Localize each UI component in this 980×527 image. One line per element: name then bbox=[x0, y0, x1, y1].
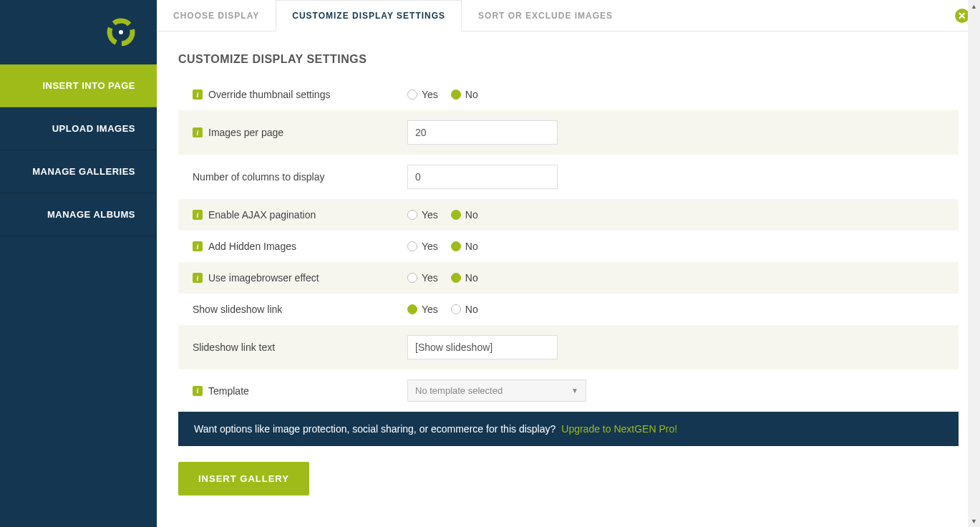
sidebar-item-label: MANAGE GALLERIES bbox=[32, 166, 135, 177]
radio-show-slideshow: Yes No bbox=[407, 304, 944, 315]
tab-sort-or-exclude-images[interactable]: SORT OR EXCLUDE IMAGES bbox=[462, 0, 629, 31]
sidebar-item-manage-albums[interactable]: MANAGE ALBUMS bbox=[0, 193, 157, 236]
label-images-per-page: i Images per page bbox=[193, 127, 407, 138]
radio-dot bbox=[451, 241, 461, 251]
radio-dot bbox=[407, 304, 417, 314]
radio-add-hidden: Yes No bbox=[407, 241, 944, 252]
upsell-text: Want options like image protection, soci… bbox=[194, 423, 556, 435]
tab-choose-display[interactable]: CHOOSE DISPLAY bbox=[157, 0, 276, 31]
row-enable-ajax: i Enable AJAX pagination Yes No bbox=[178, 199, 959, 231]
row-num-columns: Number of columns to display bbox=[178, 155, 959, 199]
radio-override-thumbnail-yes[interactable]: Yes bbox=[407, 89, 438, 100]
sidebar: INSERT INTO PAGE UPLOAD IMAGES MANAGE GA… bbox=[0, 0, 157, 527]
close-icon[interactable]: ✕ bbox=[955, 9, 969, 23]
radio-show-slideshow-no[interactable]: No bbox=[451, 304, 478, 315]
chevron-down-icon: ▼ bbox=[571, 387, 578, 395]
radio-enable-ajax-yes[interactable]: Yes bbox=[407, 209, 438, 221]
label-enable-ajax: i Enable AJAX pagination bbox=[193, 209, 407, 221]
input-num-columns[interactable] bbox=[407, 165, 558, 189]
radio-dot bbox=[451, 273, 461, 283]
insert-gallery-button[interactable]: INSERT GALLERY bbox=[178, 462, 309, 495]
radio-dot bbox=[451, 90, 461, 100]
radio-imagebrowser-no[interactable]: No bbox=[451, 272, 478, 284]
content: CUSTOMIZE DISPLAY SETTINGS i Override th… bbox=[157, 32, 980, 517]
sidebar-item-upload-images[interactable]: UPLOAD IMAGES bbox=[0, 107, 157, 150]
radio-dot bbox=[451, 210, 461, 220]
row-add-hidden: i Add Hidden Images Yes No bbox=[178, 231, 959, 262]
svg-point-2 bbox=[119, 30, 123, 34]
label-override-thumbnail: i Override thumbnail settings bbox=[193, 89, 407, 100]
row-show-slideshow: Show slideshow link Yes No bbox=[178, 294, 959, 325]
radio-show-slideshow-yes[interactable]: Yes bbox=[407, 304, 438, 315]
info-icon[interactable]: i bbox=[193, 210, 203, 220]
label-show-slideshow: Show slideshow link bbox=[193, 304, 407, 315]
upsell-bar: Want options like image protection, soci… bbox=[178, 412, 959, 446]
radio-imagebrowser: Yes No bbox=[407, 272, 944, 284]
radio-enable-ajax-no[interactable]: No bbox=[451, 209, 478, 221]
info-icon[interactable]: i bbox=[193, 90, 203, 100]
sidebar-item-label: MANAGE ALBUMS bbox=[47, 209, 135, 220]
scrollbar[interactable]: ▲ ▼ bbox=[968, 0, 980, 527]
sidebar-item-label: UPLOAD IMAGES bbox=[52, 123, 135, 134]
tabs: CHOOSE DISPLAY CUSTOMIZE DISPLAY SETTING… bbox=[157, 0, 980, 32]
row-imagebrowser: i Use imagebrowser effect Yes No bbox=[178, 262, 959, 294]
sidebar-item-manage-galleries[interactable]: MANAGE GALLERIES bbox=[0, 150, 157, 193]
radio-enable-ajax: Yes No bbox=[407, 209, 944, 221]
row-override-thumbnail: i Override thumbnail settings Yes No bbox=[178, 79, 959, 110]
upsell-link[interactable]: Upgrade to NextGEN Pro! bbox=[561, 423, 677, 435]
info-icon[interactable]: i bbox=[193, 273, 203, 283]
info-icon[interactable]: i bbox=[193, 127, 203, 137]
page-title: CUSTOMIZE DISPLAY SETTINGS bbox=[178, 53, 959, 66]
scroll-up-icon[interactable]: ▲ bbox=[968, 0, 980, 12]
radio-add-hidden-yes[interactable]: Yes bbox=[407, 241, 438, 252]
radio-override-thumbnail: Yes No bbox=[407, 89, 944, 100]
brand-logo bbox=[0, 0, 157, 64]
radio-imagebrowser-yes[interactable]: Yes bbox=[407, 272, 438, 284]
input-slideshow-text[interactable] bbox=[407, 335, 558, 359]
tab-customize-display-settings[interactable]: CUSTOMIZE DISPLAY SETTINGS bbox=[276, 0, 462, 32]
logo-icon bbox=[105, 16, 137, 48]
label-template: i Template bbox=[193, 385, 407, 397]
radio-override-thumbnail-no[interactable]: No bbox=[451, 89, 478, 100]
info-icon[interactable]: i bbox=[193, 386, 203, 396]
select-template-value: No template selected bbox=[415, 385, 503, 396]
label-slideshow-text: Slideshow link text bbox=[193, 342, 407, 353]
input-images-per-page[interactable] bbox=[407, 120, 558, 145]
radio-dot bbox=[407, 241, 417, 251]
label-imagebrowser: i Use imagebrowser effect bbox=[193, 272, 407, 284]
main-panel: CHOOSE DISPLAY CUSTOMIZE DISPLAY SETTING… bbox=[157, 0, 980, 527]
scroll-down-icon[interactable]: ▼ bbox=[968, 515, 980, 527]
radio-dot bbox=[451, 304, 461, 314]
sidebar-item-label: INSERT INTO PAGE bbox=[42, 80, 135, 91]
settings-form: i Override thumbnail settings Yes No i I… bbox=[178, 79, 959, 412]
radio-dot bbox=[407, 90, 417, 100]
row-template: i Template No template selected ▼ bbox=[178, 369, 959, 412]
sidebar-item-insert-into-page[interactable]: INSERT INTO PAGE bbox=[0, 64, 157, 107]
select-template[interactable]: No template selected ▼ bbox=[407, 379, 586, 402]
radio-dot bbox=[407, 210, 417, 220]
info-icon[interactable]: i bbox=[193, 241, 203, 251]
label-num-columns: Number of columns to display bbox=[193, 171, 407, 183]
radio-dot bbox=[407, 273, 417, 283]
row-slideshow-text: Slideshow link text bbox=[178, 325, 959, 369]
label-add-hidden: i Add Hidden Images bbox=[193, 241, 407, 252]
row-images-per-page: i Images per page bbox=[178, 110, 959, 155]
radio-add-hidden-no[interactable]: No bbox=[451, 241, 478, 252]
